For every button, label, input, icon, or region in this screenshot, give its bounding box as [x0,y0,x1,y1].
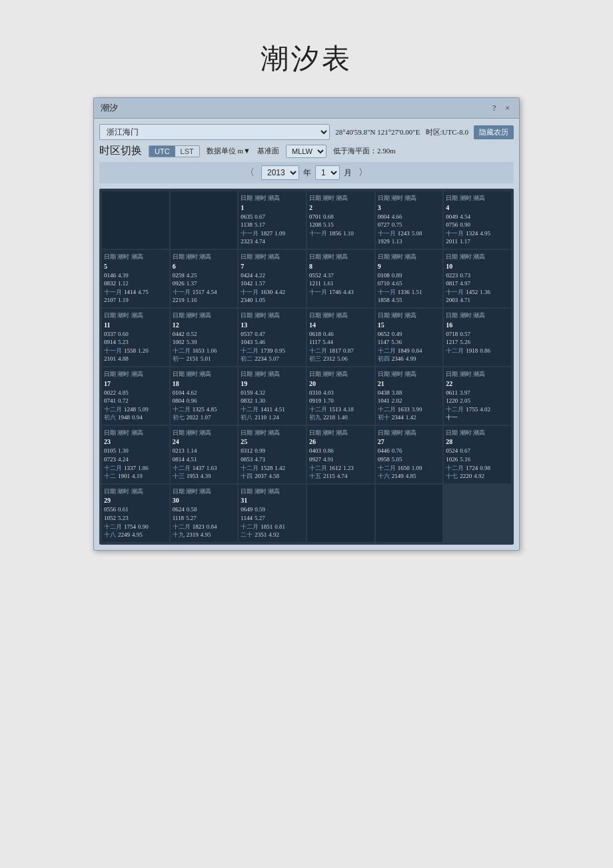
window-title: 潮汐 [101,102,118,114]
tide-time: 1746 [329,288,341,297]
tide-entry: 08040.96 [173,397,236,405]
lunar-day: 十二月 [241,523,259,531]
day-number: 22 [446,379,452,389]
cell-header: 日期 潮时 潮高 [173,487,236,496]
tide-time: 0741 [104,397,116,405]
lunar-day: 十七 [446,472,458,481]
cell-header: 日期 潮时 潮高 [241,370,304,379]
tide-entry: 10265.16 [446,455,509,464]
day-number: 10 [446,262,452,271]
month-select[interactable]: 1 [315,165,340,180]
tide-height: 4.92 [474,472,484,481]
tide-height: 4.18 [343,405,354,414]
tide-time: 0727 [378,221,390,229]
tide-height: 0.68 [323,213,334,221]
tide-height: 2.05 [460,397,470,405]
utc-button[interactable]: UTC [149,146,175,157]
tide-time: 1208 [309,221,321,229]
year-month-nav: 〈 2013 年 1 月 〉 [99,162,514,183]
tide-entry: 11475.36 [378,338,441,347]
tide-cell [102,191,169,249]
tide-height: 0.67 [460,447,470,455]
tide-entry: 04420.52 [173,330,236,339]
tide-time: 0310 [309,389,321,397]
tide-entry: 十二月 13371.86 [104,464,167,473]
tide-height: 3.97 [460,389,470,397]
tide-time: 1324 [466,229,478,238]
baseline-select[interactable]: MLLW [286,145,326,158]
tide-entry: 十二月 18170.87 [309,347,372,355]
tide-height: 1.30 [118,447,129,455]
cell-header: 日期 潮时 潮高 [378,370,441,379]
tide-height: 0.59 [255,505,265,514]
tide-height: 0.58 [187,505,197,514]
tide-height: 5.06 [337,355,348,363]
tide-entry: 04244.22 [241,271,304,280]
lunar-day: 十二月 [173,405,191,414]
cell-header: 日期 潮时 潮高 [309,370,372,379]
tide-cell: 日期 潮时 潮高2503120.9908534.73十二月 15281.42十四… [239,426,306,483]
tide-height: 1.40 [337,413,348,422]
tide-time: 1630 [261,288,273,297]
tide-time: 1042 [241,279,253,288]
tide-height: 0.76 [392,447,402,455]
tide-height: 2.02 [392,397,402,405]
tide-height: 5.01 [201,355,211,363]
year-select[interactable]: 2013 [261,165,299,180]
lunar-day: 初八 [241,413,253,422]
cell-header: 日期 潮时 潮高 [309,429,372,437]
month-label: 月 [344,167,352,179]
lst-button[interactable]: LST [175,146,199,157]
tide-height: 1.51 [412,288,422,297]
tz-switch-label: 时区切换 [99,144,142,158]
tide-height: 5.27 [186,514,197,523]
day-number: 20 [309,379,316,389]
tide-height: 1.57 [255,279,265,288]
lunar-day: 十二月 [173,347,191,355]
tide-time: 2319 [187,531,199,539]
tide-height: 1.19 [118,296,129,305]
tide-time: 1953 [187,472,199,481]
cell-header: 日期 潮时 潮高 [241,311,304,320]
tide-entry: 09145.23 [104,338,167,347]
tide-height: 5.27 [255,514,265,523]
tide-entry: 初四 23464.99 [378,355,441,363]
tide-height: 5.39 [187,338,197,347]
tide-height: 0.94 [132,413,143,422]
tide-entry: 23234.74 [241,237,304,246]
tide-entry: 十七 22204.92 [446,472,509,481]
tide-time: 0649 [241,505,253,514]
next-arrow[interactable]: 〉 [356,167,370,179]
prev-arrow[interactable]: 〈 [243,167,257,179]
tide-entry: 十一月 12435.08 [378,229,441,238]
lunar-day: 十一月 [446,229,464,238]
tide-time: 2323 [241,237,253,246]
tide-time: 0537 [241,330,253,339]
tide-height: 4.73 [255,455,265,464]
tide-height: 5.17 [255,221,265,229]
tide-height: 1.12 [118,279,129,288]
tide-time: 0701 [309,213,321,221]
tide-time: 0022 [104,389,116,397]
hide-lunar-button[interactable]: 隐藏农历 [474,125,514,139]
tide-entry: 11445.27 [241,514,304,523]
lunar-day: 十二月 [446,405,464,414]
tide-entry: 03120.99 [241,447,304,455]
tide-time: 0814 [173,455,185,464]
tide-entry: 十一月 14521.36 [446,288,509,297]
tide-time: 1858 [378,296,390,305]
tide-entry: 初九 22181.40 [309,413,372,422]
location-select[interactable]: 浙江海门 [99,124,330,140]
tide-cell: 日期 潮时 潮高1204420.5210025.39十二月 16531.06初一… [171,309,238,366]
day-number: 1 [241,203,244,213]
tide-time: 2218 [323,413,335,422]
tide-entry: 十一 [446,413,509,422]
tide-time: 1144 [241,514,253,523]
cell-header: 日期 潮时 潮高 [104,370,167,379]
tide-cell [171,191,238,249]
help-button[interactable]: ? [490,103,498,113]
close-button[interactable]: × [502,103,512,113]
day-number: 4 [446,203,449,213]
tide-height: 4.54 [460,213,470,221]
tide-cell: 日期 潮时 潮高1801044.6208040.96十二月 13254.85初七… [171,367,238,425]
